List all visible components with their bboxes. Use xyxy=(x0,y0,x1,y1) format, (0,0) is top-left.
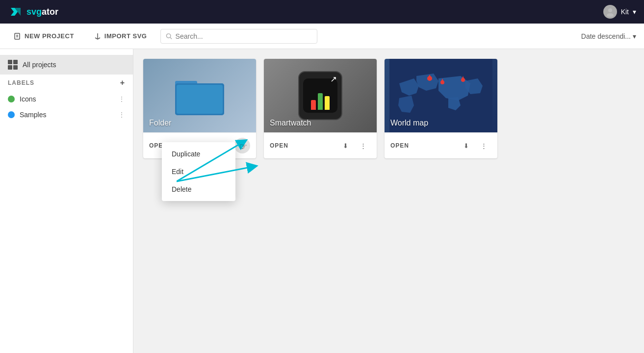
labels-title: LABELS xyxy=(8,79,34,86)
icons-label-dot xyxy=(8,96,15,102)
folder-card-title: Folder xyxy=(149,119,171,127)
folder-icon xyxy=(173,74,227,118)
smartwatch-download-button[interactable]: ⬇ xyxy=(337,138,353,153)
worldmap-card-title: World map xyxy=(390,119,428,127)
smartwatch-preview: Smartwatch xyxy=(264,59,377,132)
avatar xyxy=(603,5,617,19)
worldmap-preview: World map xyxy=(385,59,497,132)
user-menu[interactable]: Kit ▾ xyxy=(603,5,636,19)
grid-icon xyxy=(8,60,18,70)
sort-chevron-icon: ▾ xyxy=(633,32,636,40)
watch-screen xyxy=(303,78,337,113)
bar3 xyxy=(325,96,330,110)
worldmap-more-button[interactable]: ⋮ xyxy=(476,138,491,153)
worldmap-card-actions: OPEN ⬇ ⋮ xyxy=(385,132,497,158)
worldmap-open-button[interactable]: OPEN xyxy=(390,142,409,149)
folder-more-button[interactable]: ⋮ xyxy=(234,138,250,153)
sidebar: All projects LABELS + Icons ⋮ Samples ⋮ xyxy=(0,49,133,353)
samples-more-icon[interactable]: ⋮ xyxy=(118,111,125,119)
sort-dropdown[interactable]: Date descendi... ▾ xyxy=(581,32,636,40)
samples-label-dot xyxy=(8,111,15,118)
bar1 xyxy=(311,100,316,110)
import-svg-button[interactable]: IMPORT SVG xyxy=(88,29,153,43)
logo-area: svgator xyxy=(8,4,58,20)
samples-label-text: Samples xyxy=(20,111,46,119)
worldmap-download-button[interactable]: ⬇ xyxy=(458,138,474,153)
main-layout: All projects LABELS + Icons ⋮ Samples ⋮ xyxy=(0,49,644,353)
sort-label: Date descendi... xyxy=(581,32,631,40)
search-container xyxy=(160,29,317,44)
project-card-smartwatch: Smartwatch OPEN ⬇ ⋮ xyxy=(264,59,377,158)
smartwatch-card-actions: OPEN ⬇ ⋮ xyxy=(264,132,377,158)
icons-more-icon[interactable]: ⋮ xyxy=(118,95,125,103)
svg-point-3 xyxy=(608,8,612,12)
search-icon xyxy=(166,33,172,40)
smartwatch-card-title: Smartwatch xyxy=(270,119,311,127)
worldmap-action-icons: ⬇ ⋮ xyxy=(458,138,491,153)
bar2 xyxy=(318,93,323,110)
sidebar-item-icons[interactable]: Icons ⋮ xyxy=(0,91,133,107)
context-menu-duplicate[interactable]: Duplicate xyxy=(162,145,235,163)
smartwatch-more-button[interactable]: ⋮ xyxy=(355,138,371,153)
top-nav: svgator Kit ▾ xyxy=(0,0,644,24)
sidebar-item-all-projects[interactable]: All projects xyxy=(0,55,133,75)
logo-text: svgator xyxy=(26,7,58,17)
sidebar-item-samples[interactable]: Samples ⋮ xyxy=(0,107,133,123)
new-project-button[interactable]: NEW PROJECT xyxy=(8,29,80,43)
icons-label-text: Icons xyxy=(20,95,36,103)
import-icon xyxy=(94,32,102,40)
all-projects-label: All projects xyxy=(23,61,56,69)
smartwatch-open-button[interactable]: OPEN xyxy=(270,142,288,149)
search-input[interactable] xyxy=(176,32,312,40)
context-menu-delete[interactable]: Delete xyxy=(162,180,235,198)
username: Kit xyxy=(621,8,629,16)
svg-point-9 xyxy=(167,33,171,37)
context-menu-edit[interactable]: Edit xyxy=(162,163,235,180)
svg-rect-14 xyxy=(177,85,223,114)
svg-point-4 xyxy=(607,13,614,17)
import-svg-label: IMPORT SVG xyxy=(104,32,147,40)
new-project-label: NEW PROJECT xyxy=(25,32,74,40)
watch-arrow-icon xyxy=(331,76,336,82)
projects-content: Folder OPEN ⬇ ⋮ xyxy=(133,49,644,353)
new-project-icon xyxy=(14,32,22,40)
context-menu: Duplicate Edit Delete xyxy=(162,142,235,201)
project-card-worldmap: World map OPEN ⬇ ⋮ xyxy=(385,59,497,158)
labels-header: LABELS + xyxy=(0,75,133,91)
add-label-button[interactable]: + xyxy=(120,78,125,87)
folder-preview: Folder xyxy=(143,59,256,132)
toolbar: NEW PROJECT IMPORT SVG Date descendi... … xyxy=(0,24,644,49)
smartwatch-action-icons: ⬇ ⋮ xyxy=(337,138,371,153)
logo-icon xyxy=(8,4,24,20)
svg-rect-5 xyxy=(15,33,20,39)
watch-graphic xyxy=(298,71,342,120)
svg-line-10 xyxy=(170,37,172,39)
chevron-down-icon: ▾ xyxy=(633,8,636,16)
